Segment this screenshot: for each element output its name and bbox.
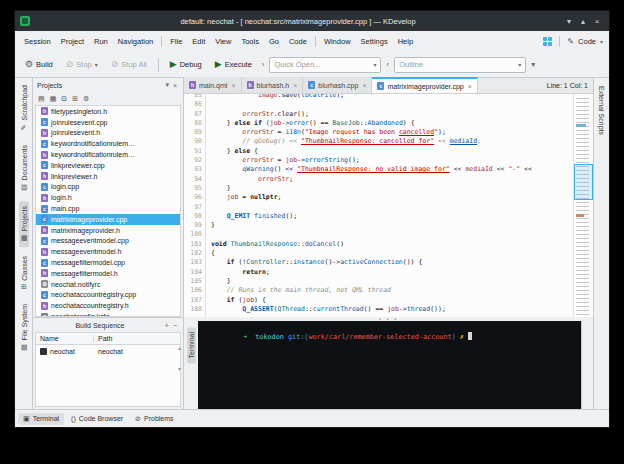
build-button[interactable]: ⚙Build xyxy=(20,57,58,72)
area-code-button[interactable]: Code xyxy=(578,37,596,46)
line-number: 97 xyxy=(184,203,202,212)
minimap-scrollbar[interactable] xyxy=(573,94,593,317)
tree-item[interactable]: cneochataccountregistry.cpp xyxy=(36,290,180,301)
menu-view[interactable]: View xyxy=(210,35,236,48)
titlebar[interactable]: default: neochat - [ neochat:src/matrixi… xyxy=(15,11,609,31)
tree-item[interactable]: hneochataccountregistry.h xyxy=(36,300,180,311)
close-tab-icon[interactable]: × xyxy=(468,83,472,90)
editor-tab-matriximageprovider-cpp[interactable]: cmatriximageprovider.cpp× xyxy=(372,77,477,93)
tree-item[interactable]: hmessagefiltermodel.h xyxy=(36,268,180,279)
tree-item[interactable]: cjoinrulesevent.cpp xyxy=(36,117,180,128)
tree-item[interactable]: ckeywordnotificationrulem… xyxy=(36,138,180,149)
terminal-tabstrip: Terminal xyxy=(184,321,198,409)
execute-button[interactable]: ▶Execute xyxy=(210,57,257,72)
menu-help[interactable]: Help xyxy=(393,35,418,48)
code-line: qWarning() << "ThumbnailResponse: no val… xyxy=(211,165,572,174)
tree-item[interactable]: hmessageeventmodel.h xyxy=(36,246,180,257)
statusbar-terminal-button[interactable]: ▣Terminal xyxy=(18,413,64,425)
settings-icon[interactable]: ⚙ xyxy=(83,95,89,103)
close-tab-icon[interactable]: × xyxy=(362,82,366,89)
tree-item[interactable]: cmain.cpp xyxy=(36,203,180,214)
line-number: 86 xyxy=(184,100,202,109)
close-tab-icon[interactable]: × xyxy=(293,82,297,89)
jump-forward-icon[interactable]: › xyxy=(260,60,267,69)
tree-item[interactable]: hlogin.h xyxy=(36,192,180,203)
folder-view-icon[interactable]: ▦ xyxy=(50,95,57,103)
remove-icon[interactable]: − xyxy=(171,322,179,329)
area-switcher-icon[interactable] xyxy=(543,37,552,46)
tree-item[interactable]: hlinkpreviewer.h xyxy=(36,171,180,182)
code-line: void ThumbnailResponse::doCancel() xyxy=(211,240,572,249)
menu-tools[interactable]: Tools xyxy=(236,35,264,48)
chevron-down-icon[interactable]: ▾ xyxy=(600,38,603,45)
build-sequence-table[interactable]: Name Path neochatneochat xyxy=(35,332,181,407)
menu-file[interactable]: File xyxy=(165,35,187,48)
minimize-button[interactable]: ▾ xyxy=(562,17,576,26)
close-tab-icon[interactable]: × xyxy=(231,82,235,89)
scratchpad-icon: ✎ xyxy=(20,123,28,131)
terminal-tab[interactable]: Terminal xyxy=(187,327,196,363)
panel-close-icon[interactable]: × xyxy=(171,82,179,89)
tree-item[interactable]: clogin.cpp xyxy=(36,182,180,193)
maximize-button[interactable]: ▴ xyxy=(576,17,590,26)
build-icon: ⚙ xyxy=(25,60,33,69)
tree-item[interactable]: hkeywordnotificationrulem… xyxy=(36,149,180,160)
line-number: 98 xyxy=(184,212,202,221)
tree-item[interactable]: clinkpreviewer.cpp xyxy=(36,160,180,171)
minimap-viewport[interactable] xyxy=(574,164,593,200)
projects-panel-header: Projects ▾ × xyxy=(33,78,183,92)
tree-item[interactable]: hmatriximageprovider.h xyxy=(36,225,180,236)
collapse-all-icon[interactable]: ⊟ xyxy=(61,95,67,103)
dock-tab-classes[interactable]: ⊞Classes xyxy=(19,251,29,295)
add-icon[interactable]: + xyxy=(163,322,171,329)
dock-tab-documents[interactable]: ▤Documents xyxy=(19,140,29,196)
terminal-scrollbar[interactable] xyxy=(581,321,593,409)
scroll-arrows[interactable]: ▴▾ xyxy=(178,344,181,372)
tree-item[interactable]: cmessagefiltermodel.cpp xyxy=(36,257,180,268)
code-line: // qDebug() << "ThumbnailResponse: cance… xyxy=(211,137,572,146)
debug-button[interactable]: ▶Debug xyxy=(165,57,207,72)
dock-tab-projects[interactable]: ▦Projects xyxy=(19,201,29,247)
editor-tab-main-qml[interactable]: hmain.qml× xyxy=(184,77,242,93)
dock-tab-external-scripts[interactable]: External Scripts xyxy=(597,82,606,139)
tree-item-label: filetypesingleton.h xyxy=(51,108,107,115)
dock-tab-scratchpad[interactable]: ✎Scratchpad xyxy=(19,80,29,136)
tree-item[interactable]: cmessageeventmodel.cpp xyxy=(36,236,180,247)
panel-menu-icon[interactable]: ▾ xyxy=(163,81,171,89)
quick-open-input[interactable]: Quick Open...▾ xyxy=(269,57,381,73)
tree-mode-icon[interactable]: ▤ xyxy=(38,95,45,103)
menu-code[interactable]: Code xyxy=(284,35,312,48)
toolbar-overflow-icon[interactable]: ▾ xyxy=(529,60,537,69)
menu-navigation[interactable]: Navigation xyxy=(113,35,158,48)
menu-window[interactable]: Window xyxy=(319,35,356,48)
code-lines[interactable]: image.save(localFile); errorStr.clear();… xyxy=(207,94,572,317)
code-line: // Runs in the main thread, not QML thre… xyxy=(211,286,572,295)
close-button[interactable]: × xyxy=(590,17,604,26)
expand-all-icon[interactable]: ⊞ xyxy=(72,95,78,103)
tree-item[interactable]: hjoinrulesevent.h xyxy=(36,128,180,139)
project-file-tree[interactable]: hfiletypesingleton.hcjoinrulesevent.cpph… xyxy=(35,105,181,317)
menu-project[interactable]: Project xyxy=(56,35,89,48)
menu-session[interactable]: Session xyxy=(19,35,56,48)
outline-input[interactable]: Outline▾ xyxy=(394,57,526,73)
editor-tab-blurhash-h[interactable]: hblurhash.h× xyxy=(242,77,304,93)
statusbar-problems-button[interactable]: ⊘Problems xyxy=(130,413,178,425)
tree-item[interactable]: cmatriximageprovider.cpp xyxy=(36,214,180,225)
menu-edit[interactable]: Edit xyxy=(187,35,210,48)
stop-all-button[interactable]: ⊘Stop All xyxy=(106,57,152,72)
statusbar-code-browser-button[interactable]: ()Code Browser xyxy=(66,413,128,424)
build-sequence-row[interactable]: neochatneochat xyxy=(36,345,180,357)
dock-tab-file-system[interactable]: ▥File System xyxy=(19,299,29,357)
editor-tab-blurhash-cpp[interactable]: cblurhash.cpp× xyxy=(303,77,372,93)
stop-button[interactable]: ⊘Stop▾ xyxy=(61,57,103,72)
line-number: 99 xyxy=(184,221,202,230)
tree-item[interactable]: hfiletypesingleton.h xyxy=(36,106,180,117)
menu-run[interactable]: Run xyxy=(89,35,113,48)
tree-item[interactable]: ⚙neochat.notifyrc xyxy=(36,279,180,290)
menu-settings[interactable]: Settings xyxy=(356,35,393,48)
menu-go[interactable]: Go xyxy=(264,35,284,48)
terminal-screen[interactable]: ➜ tokodon git:(work/carl/remember-select… xyxy=(198,321,581,409)
code-editor[interactable]: 8586878889909192939495969798991001011021… xyxy=(184,94,593,317)
build-sequence-header: Name Path xyxy=(36,333,180,345)
jump-back-icon[interactable]: ‹ xyxy=(384,60,391,69)
